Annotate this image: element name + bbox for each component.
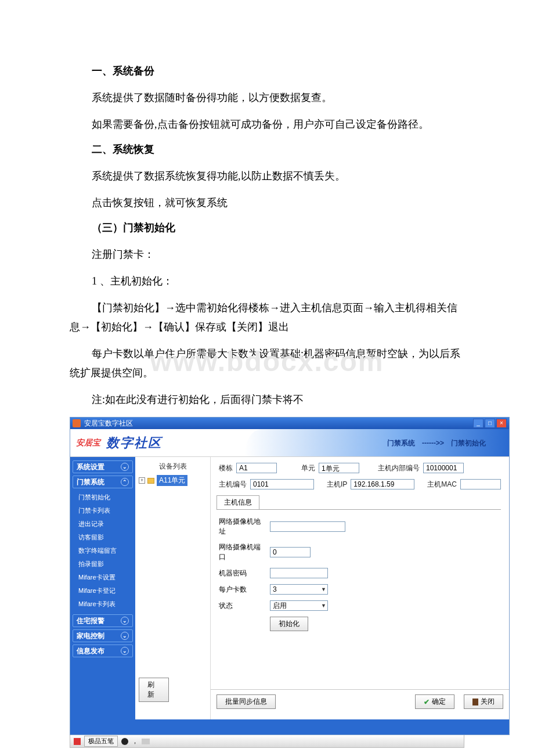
tree-node-label: A11单元 (157, 475, 187, 486)
heading-backup: 一、系统备份 (92, 64, 464, 78)
form-column: 楼栋 A1 单元 1单元 主机内部编号 10100001 主机编号 0101 主… (211, 457, 509, 719)
para-init-5: 注:如在此没有进行初始化，后面得门禁卡将不 (70, 390, 464, 409)
window-title: 安居宝数字社区 (84, 419, 133, 429)
device-tree-header: 设备列表 (139, 462, 207, 471)
minimize-button[interactable]: _ (473, 419, 484, 428)
taskbar: 极品五笔 ， (70, 735, 464, 748)
sidebar-item-mifare-reg[interactable]: Mifare卡登记 (73, 584, 133, 597)
para-backup-1: 系统提供了数据随时备份得功能，以方便数据复查。 (70, 88, 464, 107)
chevron-down-icon: ⌄ (121, 463, 129, 471)
refresh-button[interactable]: 刷新 (139, 678, 169, 702)
para-init-1: 注册门禁卡： (70, 245, 464, 264)
sidebar-group-appliance[interactable]: 家电控制 ⌄ (73, 629, 133, 642)
cam-addr-input[interactable] (270, 521, 345, 532)
brand-logo-text: 安居宝 (76, 438, 100, 448)
para-backup-2: 如果需要备份,点击备份按钮就可成功备份，用户亦可自己设定备份路径。 (70, 115, 464, 134)
footer-strip (70, 719, 509, 735)
label-cam-addr: 网络摄像机地址 (219, 517, 265, 537)
breadcrumb: 门禁系统 ------>> 门禁初始化 (387, 438, 486, 448)
label-cards-per: 每户卡数 (219, 585, 265, 595)
machine-pwd-input[interactable] (270, 568, 328, 578)
window-titlebar[interactable]: 安居宝数字社区 _ □ × (70, 417, 509, 429)
sidebar-item-mifare-set[interactable]: Mifare卡设置 (73, 571, 133, 584)
ok-button-label: 确定 (432, 697, 446, 707)
sidebar-item-init[interactable]: 门禁初始化 (73, 491, 133, 504)
sidebar-group-alarm[interactable]: 住宅报警 ⌄ (73, 614, 133, 627)
building-input[interactable]: A1 (236, 463, 277, 473)
check-icon: ✔ (424, 698, 430, 706)
chevron-down-icon: ⌄ (121, 617, 129, 625)
chevron-down-icon: ⌄ (121, 647, 129, 655)
internal-no-input[interactable]: 10100001 (423, 463, 464, 473)
close-window-button[interactable]: × (496, 419, 507, 428)
folder-icon (147, 478, 154, 484)
para-init-4: 每户卡数以单户住户所需最大卡数为设置基础;机器密码信息暂时空缺，为以后系统扩展提… (70, 344, 464, 382)
label-cam-port: 网络摄像机端口 (219, 542, 265, 562)
host-mac-input[interactable] (460, 479, 501, 489)
close-button-label: 关闭 (481, 697, 495, 707)
device-tree-column: 设备列表 + A11单元 刷新 (135, 457, 211, 719)
brand-title-text: 数字社区 (106, 434, 162, 452)
status-select[interactable]: 启用 (270, 600, 328, 611)
label-unit: 单元 (301, 463, 315, 473)
label-internal-no: 主机内部编号 (378, 463, 420, 473)
tree-expander-icon[interactable]: + (139, 477, 145, 484)
label-host-mac: 主机MAC (427, 480, 457, 489)
tab-host-info[interactable]: 主机信息 (217, 495, 259, 509)
door-icon (472, 699, 478, 705)
cam-port-input[interactable]: 0 (270, 547, 311, 557)
ime-keyboard-icon[interactable] (142, 739, 150, 744)
app-window: 安居宝数字社区 _ □ × 安居宝 数字社区 门禁系统 ------>> 门禁初… (70, 417, 510, 735)
chevron-down-icon: ⌄ (121, 632, 129, 640)
para-init-2: 1 、主机初始化： (70, 272, 464, 290)
ime-punct-icon[interactable]: ， (132, 737, 138, 746)
label-machine-pwd: 机器密码 (219, 568, 265, 578)
para-init-3: 【门禁初始化】→选中需初始化得楼栋→进入主机信息页面→输入主机得相关信息→【初始… (70, 298, 464, 336)
label-host-ip: 主机IP (327, 480, 347, 489)
app-icon (73, 419, 81, 427)
para-restore-1: 系统提供了数据系统恢复得功能,以防止数据不慎丢失。 (70, 167, 464, 185)
ok-button[interactable]: ✔确定 (415, 694, 454, 709)
ime-name[interactable]: 极品五笔 (84, 736, 118, 747)
sidebar-group-label: 系统设置 (77, 462, 104, 472)
chevron-up-icon: ⌃ (121, 478, 129, 486)
host-ip-input[interactable]: 192.168.1.59 (351, 479, 414, 489)
batch-sync-button[interactable]: 批量同步信息 (217, 694, 276, 709)
sidebar-item-visitor-photo[interactable]: 访客留影 (73, 531, 133, 544)
heading-restore: 二、系统恢复 (92, 142, 464, 156)
sidebar-group-system[interactable]: 系统设置 ⌄ (73, 460, 133, 473)
label-status: 状态 (219, 601, 265, 611)
close-button[interactable]: 关闭 (464, 694, 503, 709)
brand-banner: 安居宝 数字社区 门禁系统 ------>> 门禁初始化 (70, 429, 509, 457)
para-restore-2: 点击恢复按钮，就可恢复系统 (70, 193, 464, 212)
sidebar-item-terminal-msg[interactable]: 数字终端留言 (73, 544, 133, 557)
sidebar-group-label: 信息发布 (77, 646, 104, 656)
sidebar-group-info[interactable]: 信息发布 ⌄ (73, 645, 133, 657)
unit-input[interactable]: 1单元 (319, 463, 359, 473)
sidebar-group-label: 门禁系统 (77, 477, 104, 487)
sidebar: 系统设置 ⌄ 门禁系统 ⌃ 门禁初始化 门禁卡列表 进出记录 访客留影 数字终端… (70, 457, 135, 719)
init-button[interactable]: 初始化 (270, 617, 308, 631)
cards-per-select[interactable]: 3 (270, 584, 328, 595)
sidebar-access-items: 门禁初始化 门禁卡列表 进出记录 访客留影 数字终端留言 拍录留影 Mifare… (73, 491, 133, 611)
host-no-input[interactable]: 0101 (250, 479, 314, 489)
tab-header: 主机信息 (217, 495, 501, 510)
sidebar-item-mifare-list[interactable]: Mifare卡列表 (73, 597, 133, 611)
heading-init: （三）门禁初始化 (92, 221, 464, 235)
maximize-button[interactable]: □ (485, 419, 495, 428)
ime-flag-icon[interactable] (74, 738, 81, 745)
sidebar-group-label: 家电控制 (77, 631, 104, 641)
label-building: 楼栋 (219, 463, 233, 473)
sidebar-group-access[interactable]: 门禁系统 ⌃ (73, 476, 133, 488)
ime-moon-icon[interactable] (121, 738, 128, 745)
sidebar-item-cards[interactable]: 门禁卡列表 (73, 504, 133, 517)
label-host-no: 主机编号 (219, 480, 247, 489)
sidebar-group-label: 住宅报警 (77, 616, 104, 626)
sidebar-item-snapshot[interactable]: 拍录留影 (73, 557, 133, 571)
device-tree-node[interactable]: + A11单元 (139, 475, 207, 486)
sidebar-item-inout[interactable]: 进出记录 (73, 517, 133, 531)
